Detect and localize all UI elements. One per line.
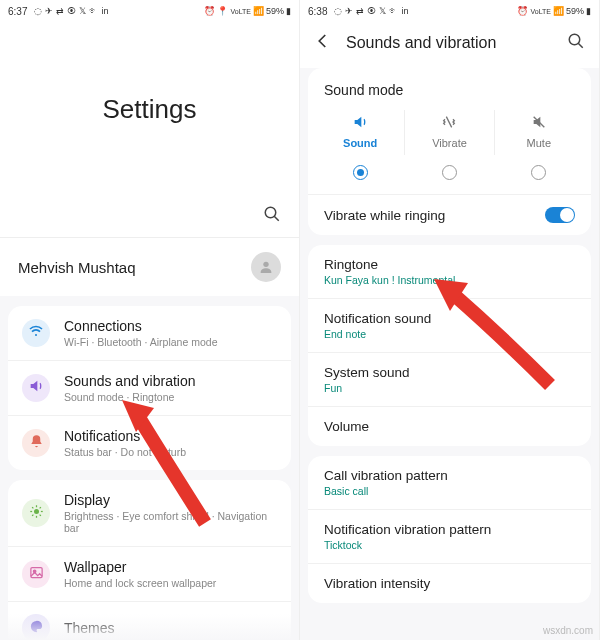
avatar: [251, 252, 281, 282]
system-sound-row[interactable]: System sound Fun: [308, 352, 591, 406]
row-title: Volume: [324, 419, 575, 434]
wifi-icon: ᯤ: [389, 6, 398, 16]
svg-point-4: [34, 509, 39, 514]
back-icon[interactable]: [314, 32, 332, 54]
wifi-icon: ᯤ: [89, 6, 98, 16]
settings-row-themes[interactable]: Themes: [8, 601, 291, 640]
watermark: wsxdn.com: [543, 625, 593, 636]
twitter-icon: 𝕏: [379, 6, 386, 16]
settings-header: Settings: [0, 22, 299, 197]
twitter-icon: 𝕏: [79, 6, 86, 16]
row-title: Notification sound: [324, 311, 575, 326]
row-subtitle: End note: [324, 328, 575, 340]
svg-line-17: [578, 43, 583, 48]
phone-sounds-vibration: 6:38 ◌ ✈ ⇄ ⦿ 𝕏 ᯤ in ⏰ VoLTE 📶 59% ▮ Soun…: [300, 0, 600, 640]
signal-icon: 📶: [253, 6, 264, 16]
mode-vibrate[interactable]: Vibrate: [405, 110, 494, 155]
notification-sound-row[interactable]: Notification sound End note: [308, 298, 591, 352]
settings-row-connections[interactable]: Connections Wi-Fi · Bluetooth · Airplane…: [8, 306, 291, 360]
settings-row-wallpaper[interactable]: Wallpaper Home and lock screen wallpaper: [8, 546, 291, 601]
svg-point-16: [569, 34, 580, 45]
battery-pct: 59%: [566, 6, 584, 16]
row-title: Call vibration pattern: [324, 468, 575, 483]
telegram-icon: ✈: [345, 6, 353, 16]
row-title: Vibrate while ringing: [324, 208, 545, 223]
whatsapp-icon: ◌: [34, 6, 42, 16]
row-subtitle: Basic call: [324, 485, 575, 497]
row-subtitle: Wi-Fi · Bluetooth · Airplane mode: [64, 336, 277, 348]
svg-line-1: [274, 216, 279, 221]
telegram-icon: ✈: [45, 6, 53, 16]
battery-icon: ▮: [586, 6, 591, 16]
svg-point-0: [265, 207, 276, 218]
search-icon[interactable]: [263, 205, 281, 227]
page-title: Settings: [103, 94, 197, 125]
vibrate-while-ringing-row[interactable]: Vibrate while ringing: [308, 194, 591, 235]
alarm-icon: ⏰: [204, 6, 215, 16]
notification-vibration-row[interactable]: Notification vibration pattern Ticktock: [308, 509, 591, 563]
vibration-intensity-row[interactable]: Vibration intensity: [308, 563, 591, 603]
row-subtitle: Ticktock: [324, 539, 575, 551]
svg-rect-13: [30, 567, 41, 577]
search-icon[interactable]: [567, 32, 585, 54]
toggle-on[interactable]: [545, 207, 575, 223]
sun-icon: [29, 504, 44, 523]
mute-icon: [495, 114, 583, 133]
svg-line-12: [39, 507, 40, 508]
ringtone-row[interactable]: Ringtone Kun Faya kun ! Instrumental: [308, 245, 591, 298]
status-bar: 6:37 ◌ ✈ ⇄ ⦿ 𝕏 ᯤ in ⏰ 📍 VoLTE 📶 59% ▮: [0, 0, 299, 22]
profile-row[interactable]: Mehvish Mushtaq: [0, 237, 299, 296]
radio-vibrate[interactable]: [442, 165, 457, 180]
appbar-title: Sounds and vibration: [346, 34, 553, 52]
volte-icon: VoLTE: [530, 8, 551, 15]
row-title: Ringtone: [324, 257, 575, 272]
battery-icon: ▮: [286, 6, 291, 16]
row-subtitle: Sound mode · Ringtone: [64, 391, 277, 403]
svg-point-2: [263, 262, 268, 267]
row-title: Themes: [64, 620, 277, 636]
row-title: Display: [64, 492, 277, 508]
theme-icon: [29, 619, 44, 638]
row-subtitle: Fun: [324, 382, 575, 394]
row-title: Sounds and vibration: [64, 373, 277, 389]
swap-icon: ⇄: [56, 6, 64, 16]
linkedin-icon: in: [101, 6, 108, 16]
settings-row-display[interactable]: Display Brightness · Eye comfort shield …: [8, 480, 291, 546]
row-subtitle: Status bar · Do not disturb: [64, 446, 277, 458]
camera-icon: ⦿: [67, 6, 76, 16]
vibrate-icon: [405, 114, 493, 133]
status-time: 6:37: [8, 6, 27, 17]
status-time: 6:38: [308, 6, 327, 17]
radio-mute[interactable]: [531, 165, 546, 180]
row-title: Connections: [64, 318, 277, 334]
settings-group-2: Display Brightness · Eye comfort shield …: [8, 480, 291, 640]
row-subtitle: Home and lock screen wallpaper: [64, 577, 277, 589]
bell-icon: [29, 434, 44, 453]
row-subtitle: Kun Faya kun ! Instrumental: [324, 274, 575, 286]
linkedin-icon: in: [401, 6, 408, 16]
settings-row-sounds[interactable]: Sounds and vibration Sound mode · Ringto…: [8, 360, 291, 415]
mode-sound[interactable]: Sound: [316, 110, 405, 155]
mode-mute[interactable]: Mute: [495, 110, 583, 155]
profile-name: Mehvish Mushtaq: [18, 259, 239, 276]
vibration-list-card: Call vibration pattern Basic call Notifi…: [308, 456, 591, 603]
radio-sound[interactable]: [353, 165, 368, 180]
mode-label: Sound: [316, 137, 404, 149]
settings-row-notifications[interactable]: Notifications Status bar · Do not distur…: [8, 415, 291, 470]
call-vibration-row[interactable]: Call vibration pattern Basic call: [308, 456, 591, 509]
sounds-list-card: Ringtone Kun Faya kun ! Instrumental Not…: [308, 245, 591, 446]
alarm-icon: ⏰: [517, 6, 528, 16]
phone-settings-root: 6:37 ◌ ✈ ⇄ ⦿ 𝕏 ᯤ in ⏰ 📍 VoLTE 📶 59% ▮ Se…: [0, 0, 300, 640]
volte-icon: VoLTE: [230, 8, 251, 15]
svg-line-11: [32, 514, 33, 515]
mode-label: Vibrate: [405, 137, 493, 149]
status-bar: 6:38 ◌ ✈ ⇄ ⦿ 𝕏 ᯤ in ⏰ VoLTE 📶 59% ▮: [300, 0, 599, 22]
location-icon: 📍: [217, 6, 228, 16]
svg-line-10: [39, 514, 40, 515]
camera-icon: ⦿: [367, 6, 376, 16]
svg-line-9: [32, 507, 33, 508]
toolbar: [0, 197, 299, 237]
volume-row[interactable]: Volume: [308, 406, 591, 446]
row-subtitle: Brightness · Eye comfort shield · Naviga…: [64, 510, 277, 534]
mode-label: Mute: [495, 137, 583, 149]
